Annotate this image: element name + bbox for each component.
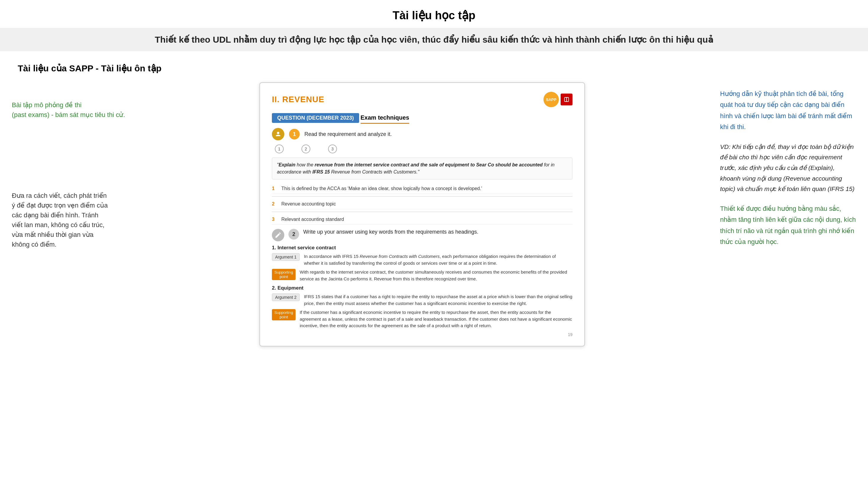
- section-equipment: 2. Equipment Argument 2 IFRS 15 states t…: [272, 285, 572, 329]
- step-ind-2: 2: [302, 144, 310, 153]
- argument1-row: Argument 1 In accordance with IFRS 15 Re…: [272, 253, 572, 266]
- right-annotation-green: Thiết kế được điều hướng bằng màu sắc, n…: [720, 203, 856, 248]
- page-number: 19: [272, 332, 572, 337]
- supporting1-badge: Supportingpoint: [272, 269, 296, 280]
- num-list-item-3: 3 Relevant accounting standard: [272, 215, 572, 225]
- num-list-item-2: 2 Revenue accounting topic: [272, 199, 572, 209]
- supporting2-text: If the customer has a significant econom…: [300, 309, 572, 329]
- argument1-badge: Argument 1: [272, 253, 300, 261]
- doc-title: II. REVENUE: [272, 95, 324, 104]
- svg-point-2: [277, 132, 279, 134]
- argument2-row: Argument 2 IFRS 15 states that if a cust…: [272, 293, 572, 307]
- section-equipment-heading: 2. Equipment: [272, 285, 572, 291]
- right-annotation-blue: Hướng dẫn kỹ thuật phân tích đề bài, tổn…: [720, 88, 856, 133]
- exam-techniques-title: Exam techniques: [361, 114, 409, 124]
- section-internet-heading: 1. Internet service contract: [272, 245, 572, 251]
- document-container: II. REVENUE SAPP QUESTION (DECEMBER 2023…: [136, 82, 708, 346]
- page-title: Tài liệu học tập: [0, 0, 868, 28]
- step1-row: 1 Read the requirement and analyze it.: [272, 128, 572, 140]
- subtitle-banner: Thiết kế theo UDL nhằm duy trì động lực …: [0, 28, 868, 51]
- doc-header: II. REVENUE SAPP: [272, 92, 572, 107]
- left-annotation-top: Bài tập mô phỏng đề thi(past exams) - bá…: [12, 100, 136, 120]
- pencil-icon: [272, 229, 284, 241]
- right-annotations-panel: Hướng dẫn kỹ thuật phân tích đề bài, tổn…: [708, 82, 856, 248]
- sapp-text: SAPP: [546, 97, 556, 102]
- supporting1-text: With regards to the internet service con…: [300, 269, 572, 282]
- left-annotations-panel: Bài tập mô phỏng đề thi(past exams) - bá…: [12, 82, 136, 249]
- question-badge: QUESTION (DECEMBER 2023): [272, 113, 359, 123]
- step-ind-3: 3: [328, 144, 337, 153]
- sapp-circle-logo: SAPP: [544, 92, 559, 107]
- right-annotation-italic: VD: Khi tiếp cận đề, thay vì đọc toàn bộ…: [720, 142, 856, 194]
- step2-text: Write up your answer using key words fro…: [303, 229, 478, 235]
- step1-num: 1: [289, 129, 300, 139]
- step1-text: Read the requirement and analyze it.: [304, 131, 392, 137]
- argument1-text: In accordance with IFRS 15 Revenue from …: [304, 253, 572, 266]
- argument2-text: IFRS 15 states that if a customer has a …: [304, 293, 572, 307]
- step2-num: 2: [288, 229, 299, 239]
- section-internet: 1. Internet service contract Argument 1 …: [272, 245, 572, 282]
- supporting2-row: Supportingpoint If the customer has a si…: [272, 309, 572, 329]
- num-list-item-1: 1 This is defined by the ACCA as 'Make a…: [272, 183, 572, 194]
- supporting1-row: Supportingpoint With regards to the inte…: [272, 269, 572, 282]
- step2-row: 2 Write up your answer using key words f…: [272, 229, 572, 241]
- argument2-badge: Argument 2: [272, 293, 300, 301]
- steps-indicator: 1 2 3: [275, 144, 572, 153]
- step1-icon: [272, 128, 284, 140]
- section-label: Tài liệu của SAPP - Tài liệu ôn tập: [0, 60, 868, 82]
- question-text-block: "Explain how the revenue from the intern…: [272, 158, 572, 179]
- supporting2-badge: Supportingpoint: [272, 309, 296, 320]
- sapp-square-logo: [561, 93, 572, 106]
- document-frame: II. REVENUE SAPP QUESTION (DECEMBER 2023…: [259, 82, 585, 346]
- left-annotation-bottom: Đưa ra cách viết, cách phát triểný để đạ…: [12, 191, 136, 249]
- step-ind-1: 1: [275, 144, 284, 153]
- numbered-list: 1 This is defined by the ACCA as 'Make a…: [272, 183, 572, 225]
- sapp-logo: SAPP: [544, 92, 572, 107]
